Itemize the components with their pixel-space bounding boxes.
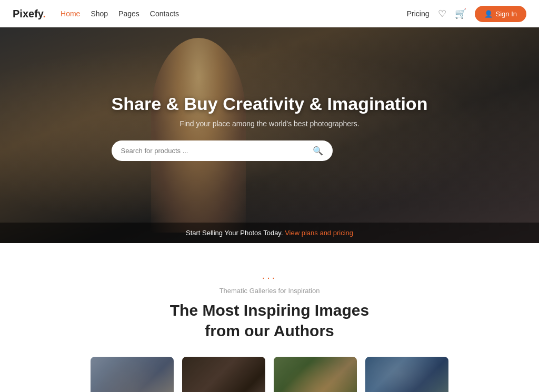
search-icon: 🔍 [313, 146, 323, 156]
nav-item-pages[interactable]: Pages [118, 9, 139, 18]
section-title: The Most Inspiring Images from our Autho… [11, 300, 528, 341]
card-overlay-fashion: Fashion [182, 357, 265, 392]
wishlist-button[interactable]: ♡ [438, 8, 446, 19]
nav-link-pages[interactable]: Pages [118, 9, 139, 18]
user-icon: 👤 [484, 10, 493, 18]
search-input[interactable] [121, 147, 308, 155]
nav-links: Home Shop Pages Contacts [61, 9, 179, 18]
navbar: Pixefy. Home Shop Pages Contacts Pricing… [0, 0, 539, 27]
navbar-right: Pricing ♡ 🛒 👤 Sign In [407, 6, 526, 22]
card-overlay-travel: Travel [365, 357, 448, 392]
hero-subtitle: Find your place among the world's best p… [112, 119, 428, 128]
signin-button[interactable]: 👤 Sign In [475, 6, 526, 22]
hero-title: Share & Buy Creativity & Imagination [112, 94, 428, 114]
nav-item-shop[interactable]: Shop [91, 9, 108, 18]
hero-section: Share & Buy Creativity & Imagination Fin… [0, 27, 539, 243]
nav-item-home[interactable]: Home [61, 9, 80, 18]
gallery-section: ... Thematic Galleries for Inspiration T… [0, 243, 539, 392]
logo-dot: . [43, 8, 46, 19]
gallery-card-travel[interactable]: Travel [365, 357, 448, 392]
heart-icon: ♡ [438, 8, 446, 19]
nav-item-contacts[interactable]: Contacts [150, 9, 179, 18]
card-overlay-nature: Nature [274, 357, 357, 392]
strip-text: Start Selling Your Photos Today. [186, 229, 283, 237]
nav-link-home[interactable]: Home [61, 9, 80, 18]
cart-button[interactable]: 🛒 [455, 8, 466, 19]
logo[interactable]: Pixefy. [13, 8, 46, 20]
gallery-card-nature[interactable]: Nature [274, 357, 357, 392]
card-overlay-family: Family [91, 357, 174, 392]
nav-link-contacts[interactable]: Contacts [150, 9, 179, 18]
nav-link-shop[interactable]: Shop [91, 9, 108, 18]
pricing-link[interactable]: Pricing [407, 9, 430, 18]
gallery-card-family[interactable]: Family [91, 357, 174, 392]
strip-link[interactable]: View plans and pricing [285, 229, 353, 237]
navbar-left: Pixefy. Home Shop Pages Contacts [13, 8, 179, 20]
signin-label: Sign In [496, 10, 517, 18]
gallery-card-fashion[interactable]: Fashion [182, 357, 265, 392]
search-bar: 🔍 [112, 140, 333, 161]
section-dots: ... [11, 269, 528, 282]
hero-strip: Start Selling Your Photos Today. View pl… [0, 223, 539, 243]
gallery-cards: Family Fashion Nature Travel [11, 357, 528, 392]
cart-icon: 🛒 [455, 8, 466, 19]
section-subtitle: Thematic Galleries for Inspiration [11, 287, 528, 295]
hero-content: Share & Buy Creativity & Imagination Fin… [101, 94, 438, 161]
